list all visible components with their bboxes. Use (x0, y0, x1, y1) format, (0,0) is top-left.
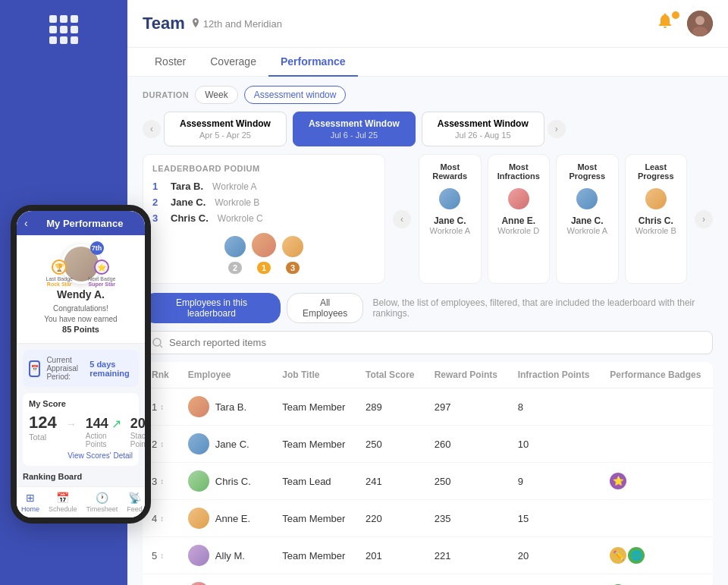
cell-job-title: Team Member (273, 537, 356, 574)
cell-employee: Tara B. (179, 388, 273, 426)
appraisal-remaining: 5 days remaining (89, 360, 133, 378)
cell-badges: 🌐 (601, 574, 713, 586)
notification-badge (672, 11, 679, 19)
lb-item-3: 3 Chris C. Workrole C (152, 212, 375, 224)
aw-item-2[interactable]: Assessment Window Jul 26 - Aug 15 (422, 112, 544, 146)
aw-prev-arrow[interactable]: ‹ (143, 120, 161, 138)
phone-back-button[interactable]: ‹ (24, 217, 28, 229)
cell-total-score: 289 (356, 388, 425, 426)
phone-score-card: My Score 124 Total → 144 ↗ Action Points (23, 393, 139, 466)
cell-job-title: Team Member (273, 426, 356, 463)
table-row: 4 ↕ Anne E. Team Member 220 235 15 (143, 500, 713, 537)
employee-name: Chris C. (215, 476, 251, 487)
cell-reward-points: 260 (425, 426, 509, 463)
duration-assessment[interactable]: Assessment window (244, 86, 347, 104)
calendar-icon: 📅 (29, 360, 40, 377)
cell-employee: Ally M. (179, 537, 273, 574)
view-detail-link[interactable]: View Scores' Detail (29, 451, 133, 460)
ranking-board-title: Ranking Board (23, 472, 139, 481)
cell-rank: 6 ↕ (143, 574, 179, 586)
header: Team 12th and Meridian (127, 0, 728, 48)
aw-next-arrow[interactable]: › (548, 120, 566, 138)
cell-reward-points: 235 (425, 500, 509, 537)
phone-nav-home[interactable]: ⊞ Home (17, 490, 44, 514)
search-input[interactable] (169, 337, 703, 348)
cell-total-score: 201 (356, 537, 425, 574)
phone-mockup: ‹ My Performance 🏆 Last Badge Rock Star … (11, 205, 151, 524)
cell-total-score: 241 (356, 463, 425, 500)
duration-week[interactable]: Week (195, 86, 237, 104)
cell-infraction-points: 20 (509, 574, 601, 586)
header-actions (657, 11, 713, 36)
svg-point-3 (153, 338, 161, 346)
filter-row: Employees in this leaderboard All Employ… (143, 293, 713, 323)
notification-icon[interactable] (657, 13, 678, 34)
cell-employee: John T. (179, 574, 273, 586)
search-bar (143, 331, 713, 354)
table-row: 6 ↕ John T. Team Member 165 185 20 🌐 (143, 574, 713, 586)
stat-card-most-rewards: Most Rewards Jane C. Workrole A (419, 154, 482, 284)
filter-employees-in-leaderboard[interactable]: Employees in this leaderboard (143, 293, 281, 323)
stat-card-least-progress: Least Progress Chris C. Workrole B (625, 154, 688, 284)
col-job-title: Job Title (273, 362, 356, 388)
cell-infraction-points: 20 (509, 537, 601, 574)
tab-performance[interactable]: Performance (268, 48, 358, 77)
tab-coverage[interactable]: Coverage (198, 48, 268, 77)
score-title: My Score (29, 399, 133, 408)
app-grid-icon[interactable] (45, 11, 83, 49)
cell-badges (601, 426, 713, 463)
employee-name: Ally M. (215, 550, 245, 561)
cell-total-score: 250 (356, 426, 425, 463)
cell-total-score: 220 (356, 500, 425, 537)
nav-tabs: Roster Coverage Performance (127, 48, 728, 77)
stat-card-most-progress: Most Progress Jane C. Workrole A (556, 154, 619, 284)
content-area: DURATION Week Assessment window ‹ Assess… (127, 77, 728, 585)
phone-nav-timesheet[interactable]: 🕐 Timesheet (82, 490, 123, 514)
cell-job-title: Team Member (273, 388, 356, 426)
phone-nav-feed[interactable]: 📡 Feed (122, 490, 145, 514)
cell-infraction-points: 10 (509, 426, 601, 463)
podium-slot-3: 3 (281, 234, 305, 274)
cell-infraction-points: 9 (509, 463, 601, 500)
cell-badges: ⭐ (601, 463, 713, 500)
phone-appraisal: 📅 Current AppraisalPeriod: 5 days remain… (23, 350, 139, 387)
lb-item-2: 2 Jane C. Workrole B (152, 197, 375, 208)
phone-user-name: Wendy A. (57, 288, 105, 300)
stats-prev-arrow[interactable]: ‹ (393, 210, 411, 228)
appraisal-label: Current AppraisalPeriod: (46, 356, 83, 381)
cell-rank: 5 ↕ (143, 537, 179, 574)
tab-roster[interactable]: Roster (143, 48, 198, 77)
phone-header-title: My Performance (33, 218, 137, 229)
cell-reward-points: 221 (425, 537, 509, 574)
filter-all-employees[interactable]: All Employees (287, 293, 364, 323)
svg-line-4 (160, 345, 162, 348)
score-total-num: 124 (29, 413, 57, 432)
user-avatar[interactable] (687, 11, 713, 36)
phone-points: 85 Points (62, 325, 99, 334)
score-stacking-label: Stacking Points (130, 432, 145, 448)
page-title: Team (143, 14, 185, 33)
location-icon (191, 18, 200, 29)
aw-item-1[interactable]: Assessment Window Jul 6 - Jul 25 (293, 112, 416, 146)
leaderboard-list: 1 Tara B. Workrole A 2 Jane C. Workrole … (152, 181, 375, 224)
cell-reward-points: 297 (425, 388, 509, 426)
score-stacking-num: 20 (130, 416, 145, 432)
badge-icon-star: ⭐ (610, 473, 626, 489)
phone-nav-schedule[interactable]: 📅 Schedule (44, 490, 82, 514)
aw-item-0[interactable]: Assessment Window Apr 5 - Apr 25 (164, 112, 287, 146)
employee-table: Rnk Employee Job Title Total Score Rewar… (143, 362, 713, 585)
employee-name: Tara B. (215, 401, 246, 413)
col-reward-points: Reward Points (425, 362, 509, 388)
cell-badges (601, 388, 713, 426)
phone-congrats: Congratulations!You have now earned (44, 304, 117, 325)
podium-avatars: 2 1 3 (152, 231, 375, 274)
cell-infraction-points: 8 (509, 388, 601, 426)
badge-icon-globe: 🌐 (628, 547, 645, 564)
stats-next-arrow[interactable]: › (695, 210, 713, 228)
lb-item-1: 1 Tara B. Workrole A (152, 181, 375, 192)
employee-avatar (188, 470, 209, 492)
employee-name: Anne E. (215, 513, 250, 524)
duration-row: DURATION Week Assessment window (143, 86, 713, 104)
podium-slot-1: 1 (250, 231, 278, 274)
col-total-score: Total Score (356, 362, 425, 388)
